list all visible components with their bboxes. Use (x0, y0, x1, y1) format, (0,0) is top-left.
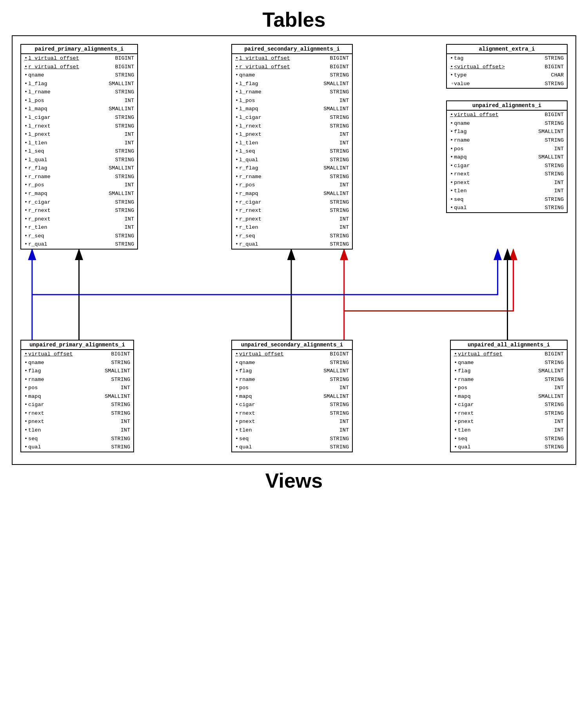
table-row: l_flagSMALLINT (232, 80, 352, 88)
table-row: l_rnameSTRING (232, 88, 352, 97)
page-title: Tables (0, 0, 588, 35)
table-header-upsa: unpaired_secondary_alignments_i (232, 341, 352, 350)
table-unpaired-primary-alignments: unpaired_primary_alignments_i virtual_of… (20, 340, 134, 452)
table-row: l_cigarSTRING (232, 113, 352, 122)
table-row: l_qualSTRING (232, 156, 352, 164)
table-row: l_virtual_offsetBIGINT (232, 54, 352, 63)
table-unpaired-alignments: unpaired_alignments_i virtual_offsetBIGI… (446, 100, 568, 213)
table-row: typeCHAR (447, 71, 567, 80)
table-row: r_pnextINT (21, 215, 137, 224)
views-title: Views (0, 465, 588, 500)
table-row: flagSMALLINT (447, 128, 567, 136)
table-row: posINT (451, 384, 567, 392)
table-row: seqSTRING (21, 435, 133, 443)
table-row: r_posINT (232, 181, 352, 189)
table-row: flagSMALLINT (232, 367, 352, 375)
table-row: l_flagSMALLINT (21, 80, 137, 88)
table-row: qualSTRING (447, 204, 567, 212)
table-row: qnameSTRING (21, 71, 137, 80)
table-row: posINT (447, 145, 567, 153)
table-row: cigarSTRING (451, 401, 567, 409)
table-header-psa: paired_secondary_alignments_i (232, 45, 352, 54)
table-row: r_rnameSTRING (232, 173, 352, 181)
table-row: flagSMALLINT (21, 367, 133, 375)
table-row: l_pnextINT (232, 130, 352, 139)
table-row: rnextSTRING (21, 409, 133, 418)
table-row: r_flagSMALLINT (21, 164, 137, 173)
table-row: rnextSTRING (447, 170, 567, 179)
table-row: virtual_offsetBIGINT (447, 111, 567, 119)
table-row: tagSTRING (447, 54, 567, 63)
table-row: l_posINT (232, 97, 352, 105)
table-row: qualSTRING (451, 443, 567, 452)
table-row: cigarSTRING (232, 401, 352, 409)
table-row: l_mapqSMALLINT (21, 105, 137, 113)
table-row: r_virtual_offsetBIGINT (21, 63, 137, 71)
table-row: l_tlenINT (21, 139, 137, 148)
table-row: seqSTRING (447, 195, 567, 204)
table-row: r_seqSTRING (232, 232, 352, 240)
table-row: r_qualSTRING (21, 240, 137, 249)
table-row: <virtual_offset>BIGINT (447, 63, 567, 71)
table-row: l_cigarSTRING (21, 113, 137, 122)
table-row: r_cigarSTRING (21, 198, 137, 207)
table-row: pnextINT (232, 417, 352, 426)
right-column: alignment_extra_i tagSTRING <virtual_off… (446, 44, 568, 213)
top-tables-row: paired_primary_alignments_i l_virtual_of… (13, 36, 575, 250)
table-row: qualSTRING (21, 443, 133, 452)
table-row: rnameSTRING (232, 375, 352, 384)
table-row: mapqSMALLINT (21, 392, 133, 401)
table-row: r_posINT (21, 181, 137, 189)
table-row: qnameSTRING (232, 359, 352, 367)
table-row: r_flagSMALLINT (232, 164, 352, 173)
table-unpaired-all-alignments: unpaired_all_alignments_i virtual_offset… (450, 340, 568, 452)
table-row: virtual_offsetBIGINT (21, 350, 133, 359)
table-row: pnextINT (21, 417, 133, 426)
table-row: tlenINT (451, 426, 567, 435)
table-row: tlenINT (232, 426, 352, 435)
table-row: pnextINT (451, 417, 567, 426)
table-row: r_virtual_offsetBIGINT (232, 63, 352, 71)
table-row: rnameSTRING (21, 375, 133, 384)
table-row: posINT (21, 384, 133, 392)
table-row: l_qualSTRING (21, 156, 137, 164)
table-row: l_pnextINT (21, 130, 137, 139)
table-row: l_virtual_offsetBIGINT (21, 54, 137, 63)
table-row: l_rnextSTRING (21, 122, 137, 131)
table-row: virtual_offsetBIGINT (451, 350, 567, 359)
table-row: r_tlenINT (232, 223, 352, 232)
table-row: mapqSMALLINT (451, 392, 567, 401)
table-row: rnextSTRING (232, 409, 352, 418)
table-row: qnameSTRING (451, 359, 567, 367)
table-row: mapqSMALLINT (447, 153, 567, 162)
diagram-wrapper: paired_primary_alignments_i l_virtual_of… (12, 35, 576, 465)
table-row: flagSMALLINT (451, 367, 567, 375)
table-row: r_mapqSMALLINT (21, 189, 137, 198)
table-row: rnextSTRING (451, 409, 567, 418)
table-row: l_seqSTRING (21, 147, 137, 156)
table-row: r_qualSTRING (232, 240, 352, 249)
table-row: l_mapqSMALLINT (232, 105, 352, 113)
table-row: r_cigarSTRING (232, 198, 352, 207)
table-header-ua: unpaired_alignments_i (447, 101, 567, 111)
arrows-svg (13, 250, 575, 340)
table-row: posINT (232, 384, 352, 392)
table-row: rnameSTRING (451, 375, 567, 384)
table-row: l_posINT (21, 97, 137, 105)
table-header-uaa: unpaired_all_alignments_i (451, 341, 567, 350)
table-row: cigarSTRING (21, 401, 133, 409)
table-alignment-extra: alignment_extra_i tagSTRING <virtual_off… (446, 44, 568, 89)
table-row: l_tlenINT (232, 139, 352, 148)
table-row: r_rnextSTRING (232, 206, 352, 215)
table-row: tlenINT (447, 187, 567, 195)
table-row: r_seqSTRING (21, 232, 137, 240)
table-row: l_seqSTRING (232, 147, 352, 156)
table-row: rnameSTRING (447, 136, 567, 145)
table-row: r_rnextSTRING (21, 206, 137, 215)
table-paired-secondary-alignments: paired_secondary_alignments_i l_virtual_… (231, 44, 353, 250)
table-header-ppa: paired_primary_alignments_i (21, 45, 137, 54)
table-row: qnameSTRING (21, 359, 133, 367)
table-row: ◦valueSTRING (447, 80, 567, 88)
table-row: seqSTRING (451, 435, 567, 443)
table-row: virtual_offsetBIGINT (232, 350, 352, 359)
